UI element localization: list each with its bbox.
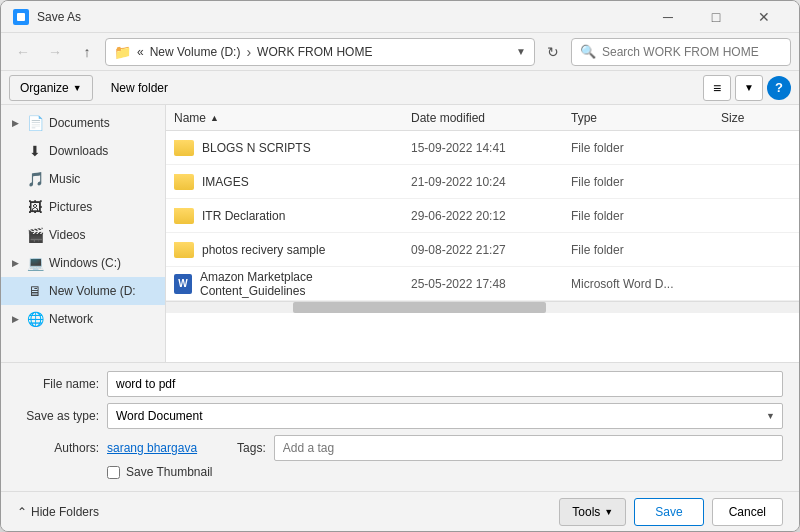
- folder-icon: [174, 242, 194, 258]
- sidebar-label-new-volume: New Volume (D:: [49, 284, 136, 298]
- sort-arrow-icon: ▲: [210, 113, 219, 123]
- up-button[interactable]: ↑: [73, 38, 101, 66]
- address-dropdown-icon[interactable]: ▼: [516, 46, 526, 57]
- sidebar-label-downloads: Downloads: [49, 144, 108, 158]
- thumbnail-checkbox-wrapper[interactable]: Save Thumbnail: [107, 465, 213, 479]
- file-name-cell: photos recivery sample: [174, 242, 411, 258]
- save-button[interactable]: Save: [634, 498, 703, 526]
- view-dropdown-button[interactable]: ▼: [735, 75, 763, 101]
- back-button[interactable]: ←: [9, 38, 37, 66]
- organize-button[interactable]: Organize ▼: [9, 75, 93, 101]
- toolbar-left: Organize ▼ New folder: [9, 75, 178, 101]
- tools-button[interactable]: Tools ▼: [559, 498, 626, 526]
- sidebar-item-network[interactable]: ▶ 🌐 Network: [1, 305, 165, 333]
- main-content: ▶ 📄 Documents ⬇ Downloads 🎵 Music 🖼 Pict…: [1, 105, 799, 362]
- horizontal-scrollbar[interactable]: [166, 301, 799, 313]
- expand-icon-documents: ▶: [9, 117, 21, 129]
- file-name-cell: IMAGES: [174, 174, 411, 190]
- tags-input[interactable]: [274, 435, 783, 461]
- bottom-form: File name: Save as type: Word Document A…: [1, 362, 799, 491]
- table-row[interactable]: BLOGS N SCRIPTS 15-09-2022 14:41 File fo…: [166, 131, 799, 165]
- minimize-button[interactable]: ─: [645, 1, 691, 33]
- chevron-down-icon: ⌃: [17, 505, 27, 519]
- sidebar-item-new-volume[interactable]: 🖥 New Volume (D:: [1, 277, 165, 305]
- new-volume-icon: 🖥: [27, 283, 43, 299]
- table-row[interactable]: ITR Declaration 29-06-2022 20:12 File fo…: [166, 199, 799, 233]
- windows-icon: 💻: [27, 255, 43, 271]
- new-folder-button[interactable]: New folder: [101, 75, 178, 101]
- table-row[interactable]: photos recivery sample 09-08-2022 21:27 …: [166, 233, 799, 267]
- maximize-button[interactable]: □: [693, 1, 739, 33]
- dialog-icon: [13, 9, 29, 25]
- table-row[interactable]: W Amazon Marketplace Content_Guidelines …: [166, 267, 799, 301]
- close-button[interactable]: ✕: [741, 1, 787, 33]
- table-row[interactable]: IMAGES 21-09-2022 10:24 File folder: [166, 165, 799, 199]
- search-icon: 🔍: [580, 44, 596, 59]
- search-box[interactable]: 🔍: [571, 38, 791, 66]
- folder-icon: [174, 208, 194, 224]
- save-as-dialog: Save As ─ □ ✕ ← → ↑ 📁 « New Volume (D:) …: [0, 0, 800, 532]
- filename-input[interactable]: [107, 371, 783, 397]
- file-name-cell: BLOGS N SCRIPTS: [174, 140, 411, 156]
- column-type[interactable]: Type: [571, 111, 721, 125]
- folder-icon: [174, 174, 194, 190]
- filename-row: File name:: [17, 371, 783, 397]
- file-date-cell: 09-08-2022 21:27: [411, 243, 571, 257]
- column-name[interactable]: Name ▲: [174, 111, 411, 125]
- expand-icon-windows: ▶: [9, 257, 21, 269]
- expand-icon-downloads: [9, 145, 21, 157]
- expand-icon-new-volume: [9, 285, 21, 297]
- organize-dropdown-icon: ▼: [73, 83, 82, 93]
- breadcrumb-separator: ›: [246, 44, 251, 60]
- word-file-icon: W: [174, 274, 192, 294]
- file-name-cell: ITR Declaration: [174, 208, 411, 224]
- filename-label: File name:: [17, 377, 107, 391]
- meta-row: Authors: sarang bhargava Tags:: [17, 435, 783, 461]
- sidebar-item-documents[interactable]: ▶ 📄 Documents: [1, 109, 165, 137]
- savetype-select-wrapper: Word Document: [107, 403, 783, 429]
- savetype-value: Word Document: [116, 409, 202, 423]
- sidebar-item-windows[interactable]: ▶ 💻 Windows (C:): [1, 249, 165, 277]
- column-date-modified[interactable]: Date modified: [411, 111, 571, 125]
- downloads-icon: ⬇: [27, 143, 43, 159]
- sidebar-item-pictures[interactable]: 🖼 Pictures: [1, 193, 165, 221]
- tags-label: Tags:: [237, 441, 274, 455]
- sidebar-item-videos[interactable]: 🎬 Videos: [1, 221, 165, 249]
- thumbnail-row: Save Thumbnail: [107, 465, 783, 479]
- thumbnail-label[interactable]: Save Thumbnail: [126, 465, 213, 479]
- footer-actions: Tools ▼ Save Cancel: [559, 498, 783, 526]
- savetype-label: Save as type:: [17, 409, 107, 423]
- cancel-button[interactable]: Cancel: [712, 498, 783, 526]
- file-type-cell: File folder: [571, 175, 721, 189]
- authors-value[interactable]: sarang bhargava: [107, 441, 197, 455]
- file-type-cell: File folder: [571, 243, 721, 257]
- view-options-button[interactable]: ≡: [703, 75, 731, 101]
- sidebar-label-documents: Documents: [49, 116, 110, 130]
- refresh-button[interactable]: ↻: [539, 38, 567, 66]
- network-icon: 🌐: [27, 311, 43, 327]
- videos-icon: 🎬: [27, 227, 43, 243]
- authors-label: Authors:: [17, 441, 107, 455]
- thumbnail-checkbox[interactable]: [107, 466, 120, 479]
- file-date-cell: 15-09-2022 14:41: [411, 141, 571, 155]
- expand-icon-network: ▶: [9, 313, 21, 325]
- forward-button[interactable]: →: [41, 38, 69, 66]
- documents-icon: 📄: [27, 115, 43, 131]
- help-button[interactable]: ?: [767, 76, 791, 100]
- breadcrumb-folder: WORK FROM HOME: [257, 45, 372, 59]
- music-icon: 🎵: [27, 171, 43, 187]
- search-input[interactable]: [602, 45, 782, 59]
- sidebar-item-music[interactable]: 🎵 Music: [1, 165, 165, 193]
- file-type-cell: File folder: [571, 141, 721, 155]
- address-bar[interactable]: 📁 « New Volume (D:) › WORK FROM HOME ▼: [105, 38, 535, 66]
- file-date-cell: 25-05-2022 17:48: [411, 277, 571, 291]
- toolbar-right: ≡ ▼ ?: [703, 75, 791, 101]
- savetype-select[interactable]: Word Document: [107, 403, 783, 429]
- sidebar-item-downloads[interactable]: ⬇ Downloads: [1, 137, 165, 165]
- svg-rect-0: [17, 13, 25, 21]
- column-size[interactable]: Size: [721, 111, 791, 125]
- file-type-cell: Microsoft Word D...: [571, 277, 721, 291]
- hide-folders-button[interactable]: ⌃ Hide Folders: [17, 505, 99, 519]
- sidebar-label-pictures: Pictures: [49, 200, 92, 214]
- dialog-title: Save As: [37, 10, 81, 24]
